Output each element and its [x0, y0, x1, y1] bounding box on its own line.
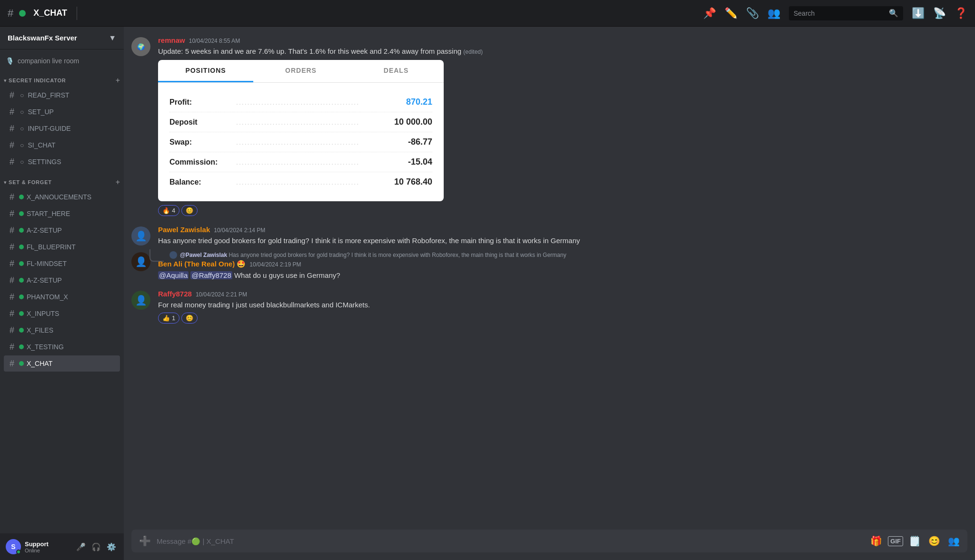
- channel-settings[interactable]: # ○ SETTINGS: [4, 154, 120, 170]
- channel-x-chat[interactable]: # X_CHAT 👤 ⚙️: [4, 355, 120, 372]
- reaction-smile[interactable]: 😊: [181, 205, 198, 216]
- trading-row-commission: Commission: ............................…: [169, 152, 432, 172]
- message-content-benali: @Pawel Zawislak Has anyone tried good br…: [158, 251, 967, 280]
- channel-read-first[interactable]: # ○ READ_FIRST: [4, 87, 120, 103]
- channel-name-set-up: SET_UP: [28, 108, 116, 116]
- trading-row-profit: Profit: ................................…: [169, 92, 432, 112]
- help-icon[interactable]: ❓: [955, 7, 967, 20]
- channel-fl-blueprint[interactable]: # FL_BLUEPRINT: [4, 239, 120, 255]
- message-content-pawel: Pawel Zawislak 10/04/2024 2:14 PM Has an…: [158, 226, 967, 246]
- reaction-smile-raffy[interactable]: 😊: [181, 313, 198, 324]
- members-icon[interactable]: 👥: [767, 7, 780, 20]
- chat-area: 🌍 remnaw 10/04/2024 8:55 AM Update: 5 we…: [124, 27, 975, 560]
- people-icon[interactable]: 👥: [946, 530, 962, 552]
- reaction-fire[interactable]: 🔥 4: [158, 205, 179, 216]
- channel-online-dot: [19, 228, 24, 233]
- channel-name-fl-blueprint: FL_BLUEPRINT: [27, 243, 116, 251]
- channel-a-z-setup-2[interactable]: # A-Z-SETUP: [4, 272, 120, 288]
- timestamp-pawel: 10/04/2024 2:14 PM: [214, 227, 265, 234]
- channel-name-az-setup-2: A-Z-SETUP: [27, 276, 116, 284]
- channel-name-x-testing: X_TESTING: [27, 343, 116, 351]
- channel-online-dot: [19, 361, 24, 366]
- category-add-icon-sf[interactable]: +: [116, 178, 120, 187]
- reaction-thumbsup[interactable]: 👍 1: [158, 313, 179, 324]
- author-remnaw[interactable]: remnaw: [158, 36, 185, 44]
- messages-list: 🌍 remnaw 10/04/2024 8:55 AM Update: 5 we…: [124, 27, 975, 530]
- edit-icon[interactable]: ✏️: [725, 7, 737, 20]
- channel-online-dot: [19, 195, 24, 199]
- user-actions: 🎤 🎧 ⚙️: [74, 540, 118, 553]
- user-settings-icon[interactable]: ⚙️: [105, 540, 118, 553]
- message-content-raffy: Raffy8728 10/04/2024 2:21 PM For real mo…: [158, 290, 967, 324]
- sticker-icon[interactable]: 🗒️: [907, 530, 923, 552]
- mute-icon[interactable]: 🎤: [74, 540, 88, 553]
- category-secret-indicator[interactable]: ▾ SECRET INDICATOR +: [0, 69, 124, 87]
- gif-icon[interactable]: GIF: [888, 536, 903, 546]
- channel-start-here[interactable]: # START_HERE: [4, 206, 120, 222]
- search-input[interactable]: [794, 10, 886, 17]
- channel-name-x-files: X_FILES: [27, 326, 116, 334]
- channel-online-dot: [19, 245, 24, 249]
- headset-icon[interactable]: 🎧: [90, 540, 103, 553]
- swap-dots: ........................................…: [236, 138, 408, 146]
- author-benali[interactable]: Ben Ali (The Real One) 🤩: [158, 260, 246, 268]
- trading-card: POSITIONS ORDERS DEALS Profit: .........…: [158, 60, 444, 201]
- channel-x-inputs[interactable]: # X_INPUTS: [4, 305, 120, 322]
- trading-row-balance: Balance: ...............................…: [169, 172, 432, 192]
- user-avatar: S: [6, 539, 21, 554]
- message-text-raffy: For real money trading I just used black…: [158, 300, 967, 310]
- channel-set-up[interactable]: # ○ SET_UP: [4, 104, 120, 120]
- channel-online-dot: [19, 261, 24, 266]
- channel-fl-mindset[interactable]: # FL-MINDSET: [4, 255, 120, 272]
- message-text-pawel: Has anyone tried good brokers for gold t…: [158, 236, 967, 246]
- swap-label: Swap:: [169, 138, 236, 147]
- broadcast-icon[interactable]: 📡: [933, 7, 946, 20]
- message-group-benali: 👤 @Pawel Zawislak Has anyone tried good …: [124, 249, 975, 282]
- channel-a-z-setup[interactable]: # A-Z-SETUP: [4, 222, 120, 238]
- search-box[interactable]: 🔍: [789, 6, 903, 20]
- hash-icon: #: [8, 124, 16, 134]
- message-text-benali: @Aquilla @Raffy8728 What do u guys use i…: [158, 270, 967, 280]
- add-attachment-icon[interactable]: ➕: [137, 530, 153, 552]
- author-raffy[interactable]: Raffy8728: [158, 290, 192, 298]
- invite-icon[interactable]: 👤: [98, 360, 106, 367]
- hash-icon: #: [8, 275, 16, 285]
- companion-live-room-item[interactable]: 🎙️ companion live room: [0, 53, 124, 69]
- server-chevron-icon[interactable]: ▼: [109, 34, 116, 42]
- category-set-forget[interactable]: ▾ SET & FORGET +: [0, 170, 124, 188]
- message-header-pawel: Pawel Zawislak 10/04/2024 2:14 PM: [158, 226, 967, 234]
- pin-icon[interactable]: 📌: [703, 7, 716, 20]
- emoji-icon[interactable]: 😊: [926, 530, 942, 552]
- swap-value: -86.77: [408, 137, 432, 147]
- category-add-icon[interactable]: +: [116, 76, 120, 85]
- channel-si-chat[interactable]: # ○ SI_CHAT: [4, 137, 120, 153]
- balance-dots: ........................................…: [236, 178, 394, 186]
- channel-name-az-setup: A-Z-SETUP: [27, 226, 116, 234]
- settings-icon[interactable]: ⚙️: [108, 360, 116, 367]
- download-icon[interactable]: ⬇️: [912, 7, 925, 20]
- timestamp-remnaw: 10/04/2024 8:55 AM: [189, 38, 240, 44]
- profit-dots: ........................................…: [236, 98, 406, 106]
- sidebar-header[interactable]: BlackswanFx Server ▼: [0, 27, 124, 49]
- channel-name: X_CHAT: [33, 8, 67, 18]
- tab-orders[interactable]: ORDERS: [253, 60, 348, 82]
- channel-name-x-chat-active: X_CHAT: [27, 360, 95, 367]
- timestamp-benali: 10/04/2024 2:19 PM: [249, 261, 301, 268]
- balance-label: Balance:: [169, 178, 236, 187]
- hash-icon: #: [8, 359, 16, 369]
- channel-x-files[interactable]: # X_FILES: [4, 322, 120, 338]
- message-input[interactable]: [157, 531, 865, 551]
- channel-name-start-here: START_HERE: [27, 210, 116, 217]
- tab-positions[interactable]: POSITIONS: [158, 60, 253, 82]
- hash-icon: #: [8, 107, 16, 117]
- tab-deals[interactable]: DEALS: [348, 60, 444, 82]
- channel-phantom-x[interactable]: # PHANTOM_X: [4, 289, 120, 305]
- bookmark-icon[interactable]: 📎: [746, 7, 759, 20]
- reply-preview-benali: @Pawel Zawislak Has anyone tried good br…: [158, 251, 967, 259]
- channel-input-guide[interactable]: # ○ INPUT-GUIDE: [4, 120, 120, 137]
- author-pawel[interactable]: Pawel Zawislak: [158, 226, 210, 234]
- gift-icon[interactable]: 🎁: [868, 530, 884, 552]
- channel-x-testing[interactable]: # X_TESTING: [4, 339, 120, 355]
- channel-x-annoucements[interactable]: # X_ANNOUCEMENTS: [4, 189, 120, 205]
- message-input-bar: ➕ 🎁 GIF 🗒️ 😊 👥: [124, 530, 975, 560]
